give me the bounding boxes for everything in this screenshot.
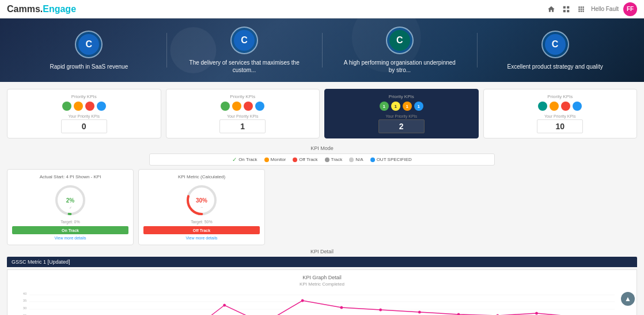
kpi-mode-title: KPI Mode: [7, 145, 637, 151]
banner-circle-1: C: [75, 31, 103, 58]
legend-on-track-label: On Track: [238, 157, 257, 162]
kpi-card-2[interactable]: KPI Metric (Calculated) 30% → Target: 50…: [138, 169, 265, 245]
logo: Camms.Engage: [7, 4, 76, 14]
priority-card-1[interactable]: Priority KPIs Your Priority KPIs 0: [7, 89, 161, 138]
legend-na-dot: [349, 158, 354, 162]
grid-icon[interactable]: [561, 4, 571, 14]
apps-icon[interactable]: [576, 4, 586, 14]
dot-red-1: [85, 102, 94, 111]
legend-out-specified-dot: [370, 158, 375, 162]
logo-camms: Camms.: [7, 4, 43, 14]
priority-card-2-num: 1: [240, 122, 245, 131]
kpi-gauge-container-2: 30% →: [143, 183, 260, 217]
legend-off-track-dot: [293, 158, 297, 162]
home-icon[interactable]: [546, 4, 556, 14]
kpi-card-1[interactable]: Actual Start: 4 PI Shown - KPI 2% ✓ Targ…: [7, 169, 134, 245]
banner-item-1[interactable]: C Rapid growth in SaaS revenue: [12, 31, 166, 70]
logo-engage: Engage: [43, 4, 76, 14]
kpi-detail-header: GSSC Metric 1 [Updated]: [7, 257, 637, 267]
priority-card-4-dots: [488, 102, 632, 111]
kpi-more-2[interactable]: View more details: [143, 236, 260, 240]
svg-text:35: 35: [23, 299, 27, 302]
kpi-detail-section: KPI Detail GSSC Metric 1 [Updated]: [0, 247, 644, 269]
svg-text:→: →: [200, 205, 203, 209]
priority-card-4[interactable]: Priority KPIs Your Priority KPIs 10: [483, 89, 638, 138]
kpi-mode-section: KPI Mode ✓ On Track Monitor Off Track Tr…: [0, 143, 644, 167]
kpi-more-1[interactable]: View more details: [12, 236, 128, 240]
priority-card-1-value-label: Your Priority KPIs: [12, 114, 156, 118]
banner-circle-inner-1: C: [78, 34, 99, 55]
dot-green-3: 1: [380, 102, 389, 111]
dot-red-4: [561, 102, 570, 111]
legend-track: Track: [325, 156, 343, 163]
banner-circle-inner-2: C: [234, 30, 255, 51]
banner-text-1: Rapid growth in SaaS revenue: [50, 63, 128, 70]
kpi-gauge-1: 2% ✓: [53, 183, 88, 217]
priority-card-3-label: Priority KPIs: [329, 94, 473, 99]
priority-card-1-value-box: 0: [61, 119, 107, 133]
kpi-card-1-target: Target: 0%: [12, 220, 128, 224]
dot-orange-4: [550, 102, 559, 111]
priority-card-1-num: 0: [82, 122, 86, 131]
priority-card-1-label: Priority KPIs: [12, 94, 156, 99]
svg-text:✓: ✓: [69, 206, 72, 209]
priority-section: Priority KPIs Your Priority KPIs 0 Prior…: [0, 82, 644, 143]
priority-card-2-value-label: Your Priority KPIs: [171, 114, 315, 118]
dot-blue-2: [255, 102, 264, 111]
priority-card-4-value-label: Your Priority KPIs: [488, 114, 632, 118]
priority-card-2-value-box: 1: [219, 119, 266, 133]
dot-blue-1: [97, 102, 106, 111]
banner-text-3: A high performing organisation underpinn…: [342, 59, 457, 74]
kpi-card-2-title: KPI Metric (Calculated): [143, 174, 260, 179]
dot-green-1: [62, 102, 71, 111]
banner-item-2[interactable]: C The delivery of services that maximise…: [167, 27, 322, 74]
header-icons: Hello Fault FF: [546, 2, 637, 16]
banner-item-3[interactable]: C A high performing organisation underpi…: [323, 27, 478, 74]
banner-circle-inner-4: C: [545, 34, 566, 55]
dot-orange-1: [74, 102, 83, 111]
priority-card-2[interactable]: Priority KPIs Your Priority KPIs 1: [166, 89, 320, 138]
banner-text-4: Excellent product strategy and quality: [507, 63, 603, 70]
banner: C Rapid growth in SaaS revenue C The del…: [0, 18, 644, 82]
priority-card-4-num: 10: [555, 122, 565, 131]
kpi-status-bar-1: On Track: [12, 226, 128, 234]
chart-dot-5: [223, 304, 226, 307]
banner-circle-4: C: [541, 31, 569, 58]
chart-dot-7: [301, 299, 304, 302]
chart-dot-10: [418, 311, 421, 314]
svg-text:30: 30: [23, 306, 27, 310]
dot-green-2: [221, 102, 230, 111]
dot-orange-2: [232, 102, 241, 111]
legend-monitor: Monitor: [264, 156, 286, 163]
priority-card-2-label: Priority KPIs: [171, 94, 315, 99]
legend-on-track: ✓ On Track: [232, 156, 257, 163]
chart-dot-13: [535, 312, 538, 315]
svg-text:40: 40: [23, 292, 27, 295]
banner-text-2: The delivery of services that maximises …: [187, 59, 302, 74]
banner-item-4[interactable]: C Excellent product strategy and quality: [478, 31, 632, 70]
dot-blue-4: [573, 102, 582, 111]
kpi-legend: ✓ On Track Monitor Off Track Track N/A O…: [149, 153, 495, 166]
dot-yellow-3: 1: [391, 102, 400, 111]
chart-dot-11: [457, 313, 460, 316]
legend-na: N/A: [349, 156, 363, 163]
legend-off-track-label: Off Track: [299, 157, 317, 162]
banner-circle-inner-3: C: [389, 30, 410, 51]
kpi-gauge-2: 30% →: [184, 183, 219, 217]
banner-circle-2: C: [230, 27, 258, 54]
dot-blue-3: 1: [414, 102, 423, 111]
dot-orange-3: 1: [403, 102, 412, 111]
priority-card-2-dots: [171, 102, 315, 111]
kpi-gauge-svg-2: 30% →: [184, 183, 219, 217]
priority-card-3-value-label: Your Priority KPIs: [329, 114, 473, 118]
priority-card-3[interactable]: Priority KPIs 1 1 1 1 Your Priority KPIs…: [324, 89, 479, 138]
header: Camms.Engage Hello Fault FF: [0, 0, 644, 18]
banner-circle-3: C: [386, 27, 414, 54]
header-right: Hello Fault FF: [591, 2, 637, 16]
chart-dot-8: [340, 306, 343, 309]
dot-red-2: [244, 102, 253, 111]
chart-section: KPI Graph Detail KPI Metric Completed 40…: [7, 269, 637, 315]
kpi-card-2-target: Target: 50%: [143, 220, 260, 224]
scroll-top-button[interactable]: ▲: [621, 292, 635, 306]
kpi-status-bar-2: Off Track: [143, 226, 260, 234]
